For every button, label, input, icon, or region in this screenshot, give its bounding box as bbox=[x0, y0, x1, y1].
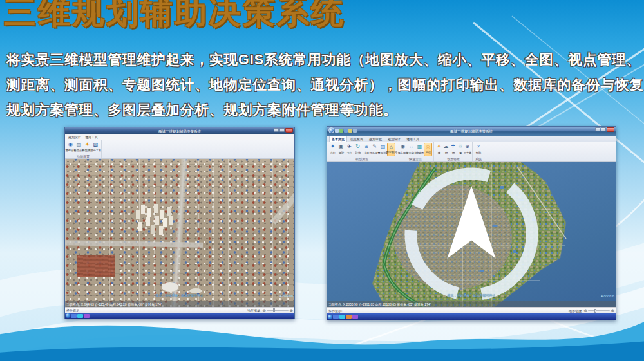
viewpoint-readout: 当前视点: X:644.63 Y:-125.49 高程:843.28 俯仰角:-… bbox=[66, 302, 162, 306]
group-system-label: 系统 bbox=[475, 156, 482, 161]
sunny-label: 晴 bbox=[437, 151, 440, 155]
group-scene-effects-label: 场景特效 bbox=[447, 156, 460, 161]
right-app-window: 禹城三维规划辅助决策系统 基本浏览 信息查询 规划审批 规划设计 通用工具 bbox=[327, 126, 616, 320]
skybox-button[interactable]: ⊕ 天空盒 bbox=[464, 143, 471, 156]
start-button[interactable] bbox=[66, 313, 70, 318]
two-way-locate-button[interactable]: ↔ 双向定位 bbox=[407, 143, 415, 156]
ribbon-group-function-settings: ◉ 通视分析 ▤ 遮挡分析 ☀ 日照模拟 ▧ 染色工具 bbox=[65, 140, 102, 158]
tab-plan-approval[interactable]: 规划审批 bbox=[366, 136, 384, 142]
right-title-bar[interactable]: 禹城三维规划辅助决策系统 bbox=[327, 127, 616, 136]
tab-common-tools[interactable]: 通用工具 bbox=[404, 136, 422, 142]
slide-body-text: 将实景三维模型管理维护起来，实现GIS系统常用功能（地图放大、缩小、平移、全图、… bbox=[6, 48, 641, 123]
quick-access-icon[interactable] bbox=[339, 129, 343, 133]
tab-plan-approval-label: 规划审批 bbox=[369, 136, 382, 141]
drive-button[interactable]: ▣ 驾驶 bbox=[337, 143, 345, 156]
terrain-zoom-control[interactable]: 地形缩放 ⊖ ⊕ bbox=[567, 308, 614, 313]
taskbar-item[interactable] bbox=[352, 315, 358, 319]
cloudy-button[interactable]: ☁ 阴 bbox=[442, 143, 450, 156]
maximize-button[interactable] bbox=[601, 127, 606, 131]
tab-common-tools-label: 通用工具 bbox=[406, 136, 419, 141]
right-ribbon: ✦ 步行 ▣ 驾驶 ✈ 飞行 ↻ 环绕 ⊞ 全屏 bbox=[327, 142, 616, 162]
left-title-bar[interactable]: 禹城三维规划辅助决策系统 bbox=[65, 127, 294, 134]
minimize-button[interactable] bbox=[274, 128, 279, 132]
body-line-3: 规划方案管理、多图层叠加分析、规划方案附件管理等功能。 bbox=[6, 98, 641, 123]
help-label: 帮助 bbox=[475, 151, 480, 155]
group-quick-locate-label: 快速定位 bbox=[409, 156, 422, 161]
right-windows-taskbar[interactable] bbox=[327, 313, 616, 320]
quick-access-icon[interactable] bbox=[344, 129, 348, 133]
terrain-zoom-control[interactable]: 地形缩放 ⊖ ⊕ bbox=[246, 308, 293, 313]
help-button[interactable]: ? 帮助 bbox=[474, 143, 482, 156]
quick-access-icon[interactable] bbox=[348, 129, 352, 133]
walk-button[interactable]: ✦ 步行 bbox=[328, 143, 337, 156]
ribbon-buttons: ◉ 通视分析 ▤ 遮挡分析 ☀ 日照模拟 ▧ 染色工具 bbox=[66, 141, 100, 154]
fixed-space-label: 固定空间 bbox=[386, 151, 397, 154]
orbit-label: 环绕 bbox=[355, 151, 360, 155]
menu-tab-common-tools-label: 通用工具 bbox=[85, 135, 98, 140]
fullscreen-label: 全屏 bbox=[363, 151, 368, 155]
fixed-space-button[interactable]: ⌂ 固定空间 bbox=[387, 143, 395, 156]
left-map-view[interactable]: 提示：特效准备，鼠标左键可停止 ✳ coorun 当前视点: X:644.63 … bbox=[65, 159, 294, 307]
left-app-window: 禹城三维规划辅助决策系统 规划设计 通用工具 ◉ 通视分析 bbox=[64, 127, 295, 319]
zoom-out-icon[interactable]: ⊖ bbox=[262, 308, 266, 313]
snow-label: 雪 bbox=[459, 151, 461, 155]
status-hint-label: 操作提示: bbox=[66, 308, 80, 313]
minimize-button[interactable] bbox=[595, 127, 600, 131]
snow-button[interactable]: ☃ 雪 bbox=[457, 143, 464, 156]
right-window-title: 禹城三维规划辅助决策系统 bbox=[450, 129, 493, 134]
quick-access-icon[interactable] bbox=[335, 129, 339, 133]
menu-tab-common-tools[interactable]: 通用工具 bbox=[83, 134, 100, 140]
ribbon-group-model-browse: ✦ 步行 ▣ 驾驶 ✈ 飞行 ↻ 环绕 ⊞ 全屏 bbox=[327, 142, 397, 161]
ribbon-group-scene-effects: ☀ 晴 ☁ 阴 ☂ 雨 ☃ 雪 ⊕ 天空盒 场景特效 bbox=[434, 142, 473, 161]
ribbon-group-label: 功能设置 bbox=[66, 154, 100, 158]
tab-basic-browse-label: 基本浏览 bbox=[332, 137, 345, 142]
close-button[interactable] bbox=[607, 127, 614, 132]
coorun-logo-icon: ✳ bbox=[279, 295, 281, 299]
red-roof-buildings bbox=[77, 255, 115, 277]
slide-title: 三维规划辅助决策系统 bbox=[4, 0, 345, 34]
zoom-in-icon[interactable]: ⊕ bbox=[289, 308, 293, 313]
taskbar-item[interactable] bbox=[77, 314, 83, 318]
tab-plan-design[interactable]: 规划设计 bbox=[385, 136, 403, 142]
fly-button[interactable]: ✈ 飞行 bbox=[345, 143, 354, 156]
right-map-view[interactable]: 提示：特效准备，鼠标左键可停止 ✳ coorun 当前视点: X:2855.90… bbox=[327, 162, 616, 307]
zoom-in-icon[interactable]: ⊕ bbox=[611, 308, 614, 313]
app-logo bbox=[328, 127, 334, 133]
drive-label: 驾驶 bbox=[338, 151, 343, 155]
thumbnail-label: 缩略图 bbox=[415, 151, 424, 155]
locate-label: 定位 bbox=[425, 151, 430, 154]
tab-basic-browse[interactable]: 基本浏览 bbox=[329, 136, 347, 142]
rain-button[interactable]: ☂ 雨 bbox=[450, 143, 457, 156]
zoom-slider-thumb[interactable] bbox=[594, 309, 596, 313]
locate-button[interactable]: ◎ 定位 bbox=[424, 143, 432, 156]
zoom-out-icon[interactable]: ⊖ bbox=[583, 308, 587, 313]
sunny-button[interactable]: ☀ 晴 bbox=[435, 143, 442, 156]
taskbar-item[interactable] bbox=[333, 315, 339, 319]
close-button[interactable] bbox=[285, 128, 293, 133]
zoom-slider-track[interactable] bbox=[267, 310, 289, 311]
menu-tab-plan-design[interactable]: 规划设计 bbox=[66, 134, 83, 140]
viewpoint-overlay-bar: 当前视点: X:644.63 Y:-125.49 高程:843.28 俯仰角:-… bbox=[65, 301, 294, 307]
quick-access-icon[interactable] bbox=[353, 129, 357, 133]
compass[interactable] bbox=[327, 162, 616, 307]
zoom-slider-track[interactable] bbox=[588, 310, 610, 311]
taskbar-item[interactable] bbox=[339, 315, 345, 319]
zoom-slider-thumb[interactable] bbox=[273, 308, 275, 312]
paint-tool-button[interactable]: ▧ 染色工具 bbox=[91, 141, 100, 154]
maximize-button[interactable] bbox=[279, 128, 285, 132]
orbit-button[interactable]: ↻ 环绕 bbox=[354, 143, 362, 156]
start-button[interactable] bbox=[328, 315, 332, 319]
ribbon-group-system: ? 帮助 系统 bbox=[473, 142, 484, 161]
taskbar-item[interactable] bbox=[84, 314, 90, 318]
taskbar-item[interactable] bbox=[71, 314, 77, 318]
taskbar-item[interactable] bbox=[346, 315, 352, 319]
coorun-logo-icon: ✳ bbox=[600, 295, 603, 299]
left-windows-taskbar[interactable] bbox=[65, 313, 294, 319]
status-hint-label: 操作提示: bbox=[328, 308, 342, 313]
fly-label: 飞行 bbox=[346, 151, 352, 155]
thumbnail-button[interactable]: ▦ 缩略图 bbox=[415, 143, 424, 156]
cloudy-label: 阴 bbox=[444, 151, 447, 155]
viewpoint-readout: 当前视点: X:2855.90 Y:-2961.83 高程:10188.65 俯… bbox=[328, 302, 431, 306]
stadium-building bbox=[162, 282, 178, 292]
tab-info-query[interactable]: 信息查询 bbox=[348, 136, 366, 142]
